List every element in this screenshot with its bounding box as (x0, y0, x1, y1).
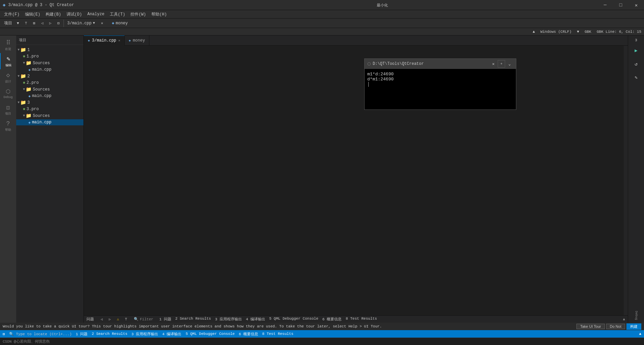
toolbar-nav-fwd2[interactable]: ▷ (47, 20, 54, 27)
debug-play-btn[interactable]: ▶ (631, 45, 642, 56)
tab-maincpp-label: 3/main.cpp (92, 38, 116, 43)
file-icon-main-2: ◈ (28, 94, 31, 98)
menu-debug[interactable]: 调试(D) (64, 11, 85, 18)
menu-controls[interactable]: 控件(W) (128, 11, 149, 18)
tree-pro-1[interactable]: ■ 1.pro (16, 53, 83, 59)
tab-compile[interactable]: 4 编译输出 (244, 316, 267, 322)
filter-box: 🔍 Filter (134, 317, 153, 321)
status-compile-output[interactable]: 4 编译输出 (162, 331, 181, 337)
tab-qml-debug[interactable]: 5 QML Debugger Console (267, 316, 320, 322)
folder-icon-2: 📁 (20, 73, 26, 79)
tree-sources-1[interactable]: ▼ 📁 Sources (16, 59, 83, 67)
expand-arrow-sources-1: ▼ (23, 61, 25, 65)
debug-restart-btn[interactable]: ↺ (631, 58, 642, 69)
problems-filter-icon[interactable]: ⊤ (122, 316, 130, 323)
tab-tests[interactable]: 8 Test Results (344, 316, 379, 322)
menu-edit[interactable]: 编辑(E) (22, 11, 43, 18)
tree-maincpp-3[interactable]: ◈ main.cpp (16, 119, 83, 125)
code-content[interactable] (97, 46, 624, 315)
status-arrow: ▲ (639, 332, 641, 336)
activity-design[interactable]: ◇ 设计 (0, 69, 16, 85)
editor-area: ◈ 3/main.cpp ✕ ◈ money ⬡ (84, 35, 628, 323)
menu-file[interactable]: 文件(F) (1, 11, 22, 18)
tree-pro-3[interactable]: ■ 3.pro (16, 106, 83, 112)
toolbar-tab-dropdown[interactable]: 3/main.cpp ▼ (66, 20, 96, 26)
status-tests[interactable]: 8 Test Results (262, 332, 293, 336)
tab-problems[interactable]: 1 问题 (157, 316, 173, 322)
toolbar-nav-fwd1[interactable]: ◁ (39, 20, 46, 27)
toolbar-dropdown-arrow[interactable]: ▼ (14, 20, 22, 27)
debug-terminal-header: ⬡ D:\QT\Tools\QtCreator ✕ + ⌄ (365, 59, 516, 69)
maximize-button[interactable]: □ (613, 0, 628, 10)
tree-sources-label-1: Sources (33, 61, 50, 66)
tab-maincpp[interactable]: ◈ 3/main.cpp ✕ (84, 35, 125, 46)
activity-help[interactable]: ? 帮助 (0, 118, 16, 134)
tree-project-1[interactable]: ▼ 📁 1 (16, 46, 83, 53)
debug-term-expand[interactable]: ⌄ (506, 60, 513, 68)
project-header: 项目 (16, 35, 83, 45)
status-search-results[interactable]: 2 Search Results (92, 332, 127, 336)
minimize-button[interactable]: ─ (597, 0, 613, 10)
problems-nav-prev[interactable]: ◁ (98, 316, 105, 323)
do-not-button[interactable]: Do Not (606, 324, 625, 329)
tree-sources-label-3: Sources (33, 114, 50, 118)
close-button[interactable]: ✕ (628, 0, 644, 10)
status-app-output[interactable]: 3 应用程序输出 (131, 331, 158, 337)
activity-debug[interactable]: ⬡ Debug (0, 85, 16, 102)
status-problems-count[interactable]: 1 问题 (76, 331, 88, 337)
take-tour-button[interactable]: Take UI Tour (576, 324, 605, 329)
tab-close-maincpp[interactable]: ✕ (118, 39, 120, 43)
problems-nav-next[interactable]: ▷ (106, 316, 114, 323)
tree-maincpp-1[interactable]: ◈ main.cpp (16, 67, 83, 73)
activity-edit[interactable]: ✎ 编辑 (0, 53, 16, 69)
tree-sources-2[interactable]: ▼ 📁 Sources (16, 86, 83, 93)
toolbar-money-label: money (116, 21, 128, 26)
project-tree: ▼ 📁 1 ■ 1.pro ▼ 📁 Sources ◈ (16, 45, 83, 323)
minimize-label: 最小化 (374, 0, 391, 10)
toolbar-filter[interactable]: ⊤ (22, 20, 30, 27)
tree-label-3: 3 (27, 100, 30, 105)
toolbar-money-dropdown[interactable]: ◈ money (110, 20, 129, 26)
tree-pro-label-2: 2.pro (27, 80, 39, 85)
problems-warning-icon[interactable]: ⚠ (114, 316, 122, 323)
notif-actions: Take UI Tour Do Not 构建 (576, 323, 644, 330)
tab-overview[interactable]: 6 概要信息 (320, 316, 344, 322)
tree-sources-3[interactable]: ▼ 📁 Sources (16, 112, 83, 119)
tab-search[interactable]: 2 Search Results (173, 316, 213, 322)
tree-maincpp-2[interactable]: ◈ main.cpp (16, 93, 83, 99)
debug-number: 3 (635, 38, 637, 42)
tree-pro-label-1: 1.pro (27, 54, 39, 59)
tab-money[interactable]: ◈ money (125, 35, 149, 46)
menu-build[interactable]: 构建(B) (43, 11, 64, 18)
title-bar: ◈ 3/main.cpp @ 3 - Qt Creator 最小化 ─ □ ✕ (0, 0, 644, 10)
pro-icon-1: ■ (23, 54, 25, 58)
status-overview[interactable]: 6 概要信息 (239, 331, 258, 337)
scrollbar[interactable] (624, 46, 628, 315)
folder-icon-3: 📁 (20, 100, 26, 105)
menu-help[interactable]: 帮助(H) (149, 11, 170, 18)
csdn-bar: CSDN @心若向阳、何惧悲伤 (0, 338, 644, 345)
toolbar-close-tab[interactable]: ✕ (98, 20, 106, 27)
problems-expand-icon[interactable]: ▲ (623, 317, 625, 321)
csdn-text: CSDN @心若向阳、何惧悲伤 (3, 339, 50, 344)
tree-project-3[interactable]: ▼ 📁 3 (16, 99, 83, 106)
status-dropdown1: ▼ (577, 30, 579, 34)
menu-analyze[interactable]: Analyze (84, 11, 107, 17)
debug-term-plus[interactable]: + (498, 60, 505, 68)
pro-icon-2: ■ (23, 81, 25, 85)
activity-welcome[interactable]: ⠿ 欢迎 (0, 37, 16, 53)
problems-controls: ◁ ▷ ⚠ ⊤ (98, 316, 130, 323)
debug-output-line-1: m1*d:24690 (367, 72, 513, 77)
activity-project[interactable]: ◫ 项目 (0, 102, 16, 118)
status-qml-debug[interactable]: 5 QML Debugger Console (186, 332, 235, 336)
toolbar-nav-back[interactable]: ⊞ (30, 20, 38, 27)
toolbar-nav-fwd3[interactable]: ⊟ (55, 20, 62, 27)
debug-edit-btn[interactable]: ✎ (631, 72, 642, 83)
debug-terminal-content: m1*d:24690 d*m1:24690 │ (365, 69, 516, 109)
build-button[interactable]: 构建 (626, 323, 641, 330)
menu-tools[interactable]: 工具(T) (107, 11, 128, 18)
tree-pro-2[interactable]: ■ 2.pro (16, 80, 83, 86)
debug-term-close[interactable]: ✕ (490, 60, 497, 68)
tree-project-2[interactable]: ▼ 📁 2 (16, 73, 83, 80)
tab-app-output[interactable]: 3 应用程序输出 (213, 316, 244, 322)
